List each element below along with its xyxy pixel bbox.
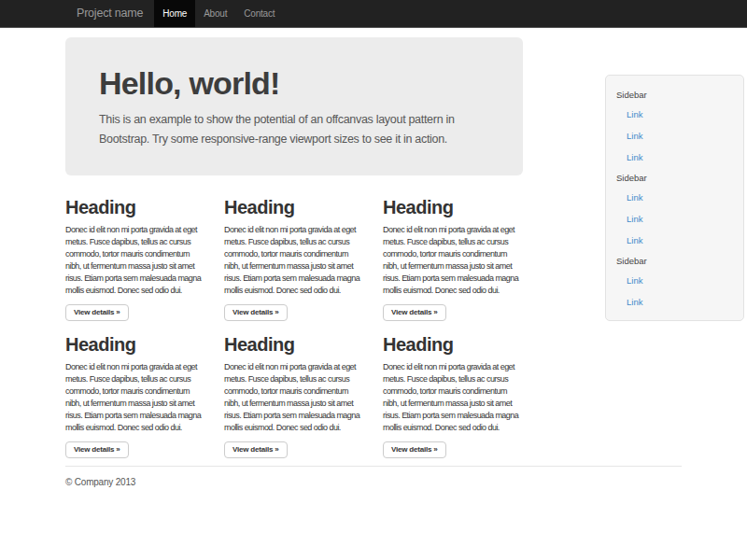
sidebar-link-1-2[interactable]: Link bbox=[606, 125, 743, 147]
card-heading: Heading bbox=[383, 333, 523, 356]
view-details-button-5[interactable]: View details » bbox=[224, 441, 288, 458]
card-body-text: Donec id elit non mi porta gravida at eg… bbox=[383, 361, 523, 434]
card-body-text: Donec id elit non mi porta gravida at eg… bbox=[65, 361, 205, 434]
view-details-button-3[interactable]: View details » bbox=[383, 304, 446, 321]
page-container: Hello, world! This is an example to show… bbox=[65, 37, 682, 534]
card-6: Heading Donec id elit non mi porta gravi… bbox=[383, 333, 523, 458]
card-5: Heading Donec id elit non mi porta gravi… bbox=[224, 333, 364, 458]
view-details-button-4[interactable]: View details » bbox=[65, 441, 129, 458]
card-body-text: Donec id elit non mi porta gravida at eg… bbox=[383, 224, 523, 297]
nav-item-about[interactable]: About bbox=[195, 0, 235, 27]
cards-grid: Heading Donec id elit non mi porta gravi… bbox=[65, 196, 523, 458]
sidebar: Sidebar Link Link Link Sidebar Link Link… bbox=[605, 75, 744, 321]
card-heading: Heading bbox=[383, 196, 523, 218]
card-body-text: Donec id elit non mi porta gravida at eg… bbox=[224, 361, 364, 434]
sidebar-link-2-2[interactable]: Link bbox=[606, 208, 743, 230]
view-details-button-1[interactable]: View details » bbox=[65, 304, 129, 321]
card-heading: Heading bbox=[224, 196, 364, 218]
jumbotron-description: This is an example to show the potential… bbox=[99, 110, 489, 149]
nav-item-home[interactable]: Home bbox=[154, 0, 195, 27]
jumbotron: Hello, world! This is an example to show… bbox=[65, 37, 523, 175]
sidebar-link-2-1[interactable]: Link bbox=[606, 187, 743, 208]
nav-menu: Home About Contact bbox=[154, 0, 283, 27]
navbar-inner: Project name Home About Contact bbox=[65, 0, 682, 27]
card-2: Heading Donec id elit non mi porta gravi… bbox=[224, 196, 364, 321]
nav-item-contact[interactable]: Contact bbox=[235, 0, 283, 27]
card-body-text: Donec id elit non mi porta gravida at eg… bbox=[65, 224, 205, 297]
brand-link[interactable]: Project name bbox=[65, 0, 154, 27]
sidebar-link-2-3[interactable]: Link bbox=[606, 230, 743, 251]
card-4: Heading Donec id elit non mi porta gravi… bbox=[65, 333, 205, 458]
copyright-text: © Company 2013 bbox=[65, 477, 682, 487]
card-body-text: Donec id elit non mi porta gravida at eg… bbox=[224, 224, 364, 297]
sidebar-link-1-1[interactable]: Link bbox=[606, 104, 743, 125]
footer: © Company 2013 bbox=[65, 466, 682, 534]
navbar: Project name Home About Contact bbox=[0, 0, 747, 28]
card-3: Heading Donec id elit non mi porta gravi… bbox=[383, 196, 523, 321]
sidebar-link-3-2[interactable]: Link bbox=[606, 291, 743, 313]
card-1: Heading Donec id elit non mi porta gravi… bbox=[65, 196, 205, 321]
card-heading: Heading bbox=[65, 333, 205, 356]
sidebar-heading-2: Sidebar bbox=[606, 168, 743, 187]
card-heading: Heading bbox=[224, 333, 364, 356]
card-heading: Heading bbox=[65, 196, 205, 218]
view-details-button-2[interactable]: View details » bbox=[224, 304, 288, 321]
sidebar-link-1-3[interactable]: Link bbox=[606, 147, 743, 168]
page-title: Hello, world! bbox=[99, 65, 489, 101]
sidebar-heading-3: Sidebar bbox=[606, 251, 743, 270]
sidebar-link-3-1[interactable]: Link bbox=[606, 270, 743, 291]
sidebar-heading-1: Sidebar bbox=[606, 85, 743, 104]
view-details-button-6[interactable]: View details » bbox=[383, 441, 446, 458]
